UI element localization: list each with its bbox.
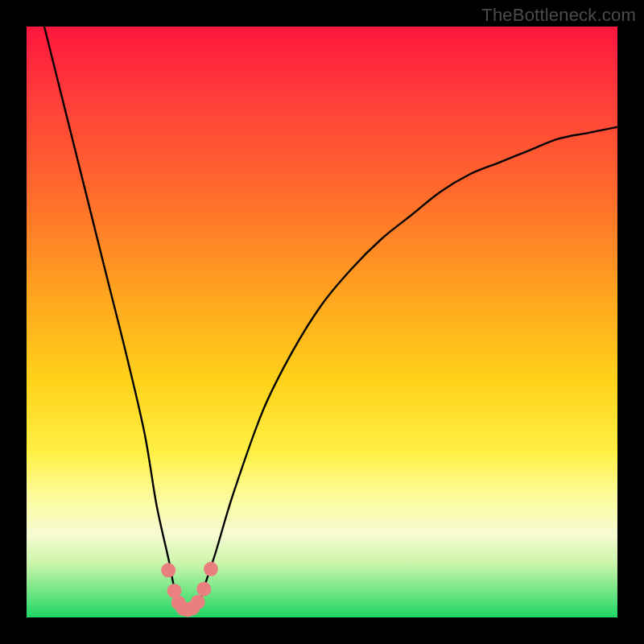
chart-svg xyxy=(27,27,617,617)
bottleneck-curve xyxy=(44,27,617,613)
highlight-dot xyxy=(191,595,205,609)
watermark-text: TheBottleneck.com xyxy=(481,5,636,26)
highlight-dot xyxy=(196,582,211,597)
highlight-dot xyxy=(161,563,175,577)
chart-frame: TheBottleneck.com xyxy=(0,0,644,644)
plot-area xyxy=(27,27,617,617)
highlight-dot xyxy=(204,562,218,576)
highlight-dots xyxy=(161,562,218,617)
